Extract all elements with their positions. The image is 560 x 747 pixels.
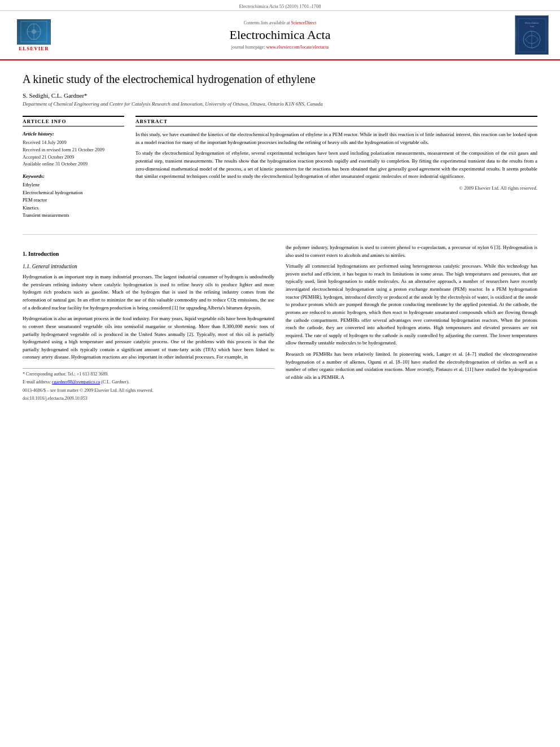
homepage-link[interactable]: www.elsevier.com/locate/electacta: [266, 45, 329, 50]
keyword-2: Electrochemical hydrogenation: [23, 189, 124, 197]
sciencedirect-anchor[interactable]: ScienceDirect: [291, 20, 317, 25]
footnote-email: E-mail address: cgardner88@sympatico.ca …: [23, 379, 274, 386]
journal-header: ELSEVIER Contents lists available at Sci…: [0, 11, 560, 60]
page-container: Electrochimica Acta 55 (2010) 1701–1708 …: [0, 0, 560, 415]
intro-p1: Hydrogenation is an important step in ma…: [23, 273, 274, 312]
abstract-label: Abstract: [135, 116, 537, 126]
journal-cover: Electrochimica Acta: [504, 15, 549, 55]
elsevier-logo: ELSEVIER: [11, 19, 56, 51]
journal-citation: Electrochimica Acta 55 (2010) 1701–1708: [0, 0, 560, 11]
keywords-block: Keywords: Ethylene Electrochemical hydro…: [23, 173, 124, 220]
svg-text:Electrochimica: Electrochimica: [524, 21, 538, 24]
article-affiliation: Department of Chemical Engineering and C…: [23, 101, 537, 107]
keyword-1: Ethylene: [23, 181, 124, 189]
article-info-label: Article Info: [23, 116, 124, 126]
svg-point-4: [32, 29, 36, 34]
abstract-p2: To study the electrochemical hydrogenati…: [135, 150, 537, 181]
main-col-left: 1. Introduction 1.1. General introductio…: [23, 244, 274, 404]
keywords-list: Ethylene Electrochemical hydrogenation P…: [23, 181, 124, 220]
footnote-email-link[interactable]: cgardner88@sympatico.ca: [52, 379, 100, 385]
svg-text:Acta: Acta: [530, 25, 534, 28]
keyword-4: Kinetics: [23, 204, 124, 212]
intro-sub-heading: 1.1. General introduction: [23, 263, 274, 271]
main-col-right: the polymer industry, hydrogenation is u…: [286, 244, 537, 404]
journal-homepage: journal homepage: www.elsevier.com/locat…: [56, 45, 504, 50]
intro-p2: Hydrogenation is also an important proce…: [23, 315, 274, 361]
article-authors: S. Sedighi, C.L. Gardner*: [23, 92, 537, 99]
received-revised-date: Received in revised form 21 October 2009: [23, 146, 124, 154]
footnote-star: * Corresponding author. Tel.: +1 613 832…: [23, 371, 274, 378]
available-date: Available online 31 October 2009: [23, 160, 124, 168]
history-label: Article history:: [23, 131, 124, 137]
right-p1: the polymer industry, hydrogenation is u…: [286, 244, 537, 259]
keywords-label: Keywords:: [23, 173, 124, 179]
footer-issn: 0013-4686/$ – see front matter © 2009 El…: [23, 387, 274, 394]
journal-cover-image: Electrochimica Acta: [515, 15, 549, 55]
sciencedirect-link: Contents lists available at ScienceDirec…: [56, 20, 504, 25]
footer-doi: doi:10.1016/j.electacta.2009.10.053: [23, 395, 274, 402]
right-p2: Virtually all commercial hydrogenations …: [286, 263, 537, 347]
section-divider: [23, 234, 537, 235]
journal-center: Contents lists available at ScienceDirec…: [56, 20, 504, 50]
abstract-text: In this study, we have examined the kine…: [135, 131, 537, 181]
abstract-p1: In this study, we have examined the kine…: [135, 131, 537, 146]
article-info-panel: Article Info Article history: Received 1…: [23, 116, 124, 225]
copyright: © 2009 Elsevier Ltd. All rights reserved…: [135, 185, 537, 191]
elsevier-wordmark: ELSEVIER: [19, 46, 49, 51]
received-date: Received 14 July 2009: [23, 139, 124, 146]
article-title: A kinetic study of the electrochemical h…: [23, 72, 537, 86]
abstract-panel: Abstract In this study, we have examined…: [135, 116, 537, 225]
article-info-abstract: Article Info Article history: Received 1…: [23, 116, 537, 225]
main-text: 1. Introduction 1.1. General introductio…: [23, 244, 537, 404]
accepted-date: Accepted 21 October 2009: [23, 154, 124, 161]
right-p3: Research on PEMHRs has been relatively l…: [286, 351, 537, 382]
intro-heading: 1. Introduction: [23, 250, 274, 259]
article-history-block: Article history: Received 14 July 2009 R…: [23, 131, 124, 168]
article-body: A kinetic study of the electrochemical h…: [0, 60, 560, 415]
citation-text: Electrochimica Acta 55 (2010) 1701–1708: [239, 3, 321, 9]
keyword-3: PEM reactor: [23, 196, 124, 204]
journal-title: Electrochimica Acta: [56, 28, 504, 42]
elsevier-logo-graphic: [17, 19, 51, 45]
footnote-area: * Corresponding author. Tel.: +1 613 832…: [23, 368, 274, 403]
keyword-5: Transient measurements: [23, 212, 124, 220]
